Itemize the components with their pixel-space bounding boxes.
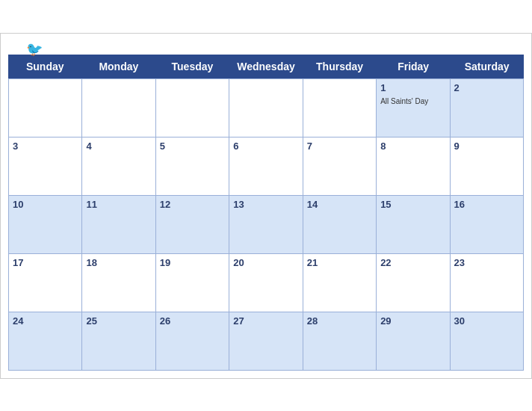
calendar-cell: 11 [82, 196, 155, 254]
cell-date: 17 [13, 257, 78, 268]
cell-date: 3 [13, 140, 78, 152]
cell-date: 26 [160, 315, 225, 327]
cell-date: 27 [233, 315, 298, 327]
calendar-cell: 15 [377, 196, 450, 254]
calendar-header: 🐦 [8, 41, 524, 50]
calendar-cell: 13 [229, 196, 303, 254]
calendar-cell: 16 [451, 196, 524, 254]
calendar-cell: 20 [229, 254, 303, 312]
day-header-sunday: Sunday [8, 55, 82, 78]
calendar-cell [303, 79, 377, 137]
cell-date: 1 [380, 82, 445, 93]
cell-date: 30 [454, 315, 519, 327]
calendar-cell: 4 [82, 137, 155, 196]
calendar-cell: 24 [9, 312, 82, 371]
calendar-cell: 12 [156, 196, 229, 254]
cell-date: 9 [454, 140, 519, 152]
cell-date: 24 [13, 315, 78, 327]
calendar-cell [9, 79, 82, 137]
day-header-monday: Monday [82, 55, 156, 78]
calendar-cell: 6 [229, 137, 303, 196]
day-header-tuesday: Tuesday [155, 55, 229, 78]
calendar-cell: 19 [156, 254, 229, 312]
cell-date: 8 [380, 140, 445, 152]
cell-date: 25 [86, 315, 151, 327]
day-header-thursday: Thursday [303, 55, 377, 78]
cell-date: 16 [454, 199, 519, 210]
cell-date: 5 [160, 140, 225, 152]
cell-date: 21 [307, 257, 372, 268]
cell-date: 2 [454, 82, 519, 93]
day-headers-row: SundayMondayTuesdayWednesdayThursdayFrid… [8, 55, 524, 78]
calendar-cell: 29 [377, 312, 450, 371]
calendar-cell: 28 [303, 312, 377, 371]
cell-date: 22 [380, 257, 445, 268]
day-header-wednesday: Wednesday [229, 55, 303, 78]
cell-date: 15 [380, 199, 445, 210]
cell-event: All Saints' Day [380, 97, 428, 105]
calendar-cell [82, 79, 155, 137]
cell-date: 4 [86, 140, 151, 152]
calendar-cell: 8 [377, 137, 450, 196]
cell-date: 23 [454, 257, 519, 268]
calendar-cell: 30 [451, 312, 524, 371]
day-header-friday: Friday [377, 55, 451, 78]
cell-date: 28 [307, 315, 372, 327]
calendar-cell: 7 [303, 137, 377, 196]
cell-date: 11 [86, 199, 151, 210]
calendar-cell: 21 [303, 254, 377, 312]
cell-date: 18 [86, 257, 151, 268]
calendar-cell [229, 79, 303, 137]
calendar-cell: 23 [451, 254, 524, 312]
calendar-cell: 25 [82, 312, 155, 371]
logo-bird-icon: 🐦 [26, 41, 43, 58]
calendar-cell: 3 [9, 137, 82, 196]
calendar-cell: 10 [9, 196, 82, 254]
calendar-cell: 18 [82, 254, 155, 312]
calendar-cell: 9 [451, 137, 524, 196]
calendar-cell: 26 [156, 312, 229, 371]
calendar-cell: 1All Saints' Day [377, 79, 450, 137]
cell-date: 14 [307, 199, 372, 210]
calendar-container: 🐦 SundayMondayTuesdayWednesdayThursdayFr… [0, 33, 532, 379]
cell-date: 13 [233, 199, 298, 210]
cell-date: 6 [233, 140, 298, 152]
calendar-cell: 14 [303, 196, 377, 254]
cell-date: 20 [233, 257, 298, 268]
cell-date: 10 [13, 199, 78, 210]
calendar-cell: 5 [156, 137, 229, 196]
calendar-cell: 2 [451, 79, 524, 137]
day-header-saturday: Saturday [450, 55, 524, 78]
calendar-cell: 17 [9, 254, 82, 312]
calendar-cell: 22 [377, 254, 450, 312]
calendar-grid: 1All Saints' Day234567891011121314151617… [8, 78, 524, 371]
cell-date: 19 [160, 257, 225, 268]
cell-date: 7 [307, 140, 372, 152]
cell-date: 12 [160, 199, 225, 210]
calendar-cell [156, 79, 229, 137]
logo: 🐦 [8, 41, 61, 58]
calendar-cell: 27 [229, 312, 303, 371]
cell-date: 29 [380, 315, 445, 327]
